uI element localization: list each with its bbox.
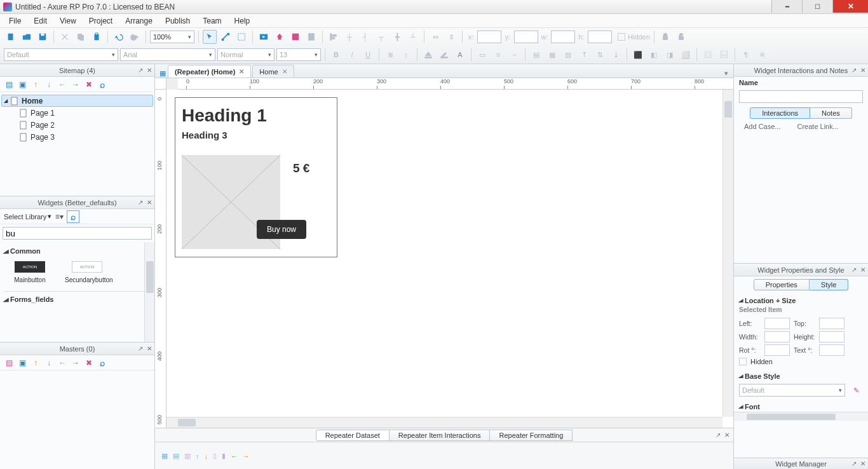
- masters-close-icon[interactable]: ✕: [147, 345, 152, 352]
- unlock-button[interactable]: [674, 30, 688, 44]
- hidden-checkbox-group[interactable]: Hidden: [618, 33, 650, 41]
- master-delete-icon[interactable]: ✖: [84, 358, 94, 368]
- new-file-button[interactable]: [4, 30, 18, 44]
- ds-delete-icon[interactable]: ▥: [184, 452, 191, 460]
- publish-axshare-button[interactable]: [273, 30, 287, 44]
- bottom-tab-formatting[interactable]: Repeater Formatting: [490, 430, 573, 441]
- base-style-select[interactable]: Default: [739, 384, 845, 397]
- masters-popout-icon[interactable]: ↗: [138, 345, 143, 352]
- move-up-icon[interactable]: ↑: [31, 79, 41, 90]
- width-input[interactable]: [764, 331, 790, 343]
- seg-properties-button[interactable]: Properties: [754, 279, 810, 290]
- interactions-popout-icon[interactable]: ↗: [851, 67, 857, 74]
- seg-notes-button[interactable]: Notes: [810, 107, 852, 119]
- distribute-v-button[interactable]: ⇕: [444, 30, 458, 44]
- create-link-link[interactable]: Create Link...: [792, 121, 843, 132]
- distribute-h-button[interactable]: ⇔: [428, 30, 442, 44]
- align-bottom-button[interactable]: ┴: [406, 30, 420, 44]
- italic-button[interactable]: I: [345, 48, 359, 62]
- group-button[interactable]: ⿴: [701, 48, 715, 62]
- bottom-tab-interactions[interactable]: Repeater Item Interactions: [390, 430, 491, 441]
- text-valign-middle-button[interactable]: ⇅: [593, 48, 607, 62]
- style-select[interactable]: Default: [4, 48, 118, 61]
- pointer-tool-button[interactable]: [203, 30, 217, 44]
- add-master-icon[interactable]: ▤: [4, 358, 14, 368]
- window-maximize-button[interactable]: ☐: [802, 0, 832, 13]
- align-center-h-button[interactable]: ┼: [342, 30, 356, 44]
- widget-mainbutton[interactable]: ACTION Mainbutton: [8, 261, 52, 283]
- h-input[interactable]: [588, 31, 612, 43]
- font-header[interactable]: Font: [734, 399, 868, 412]
- add-page-icon[interactable]: ▤: [4, 79, 14, 90]
- master-down-icon[interactable]: ↓: [44, 358, 54, 368]
- underline-button[interactable]: U: [361, 48, 375, 62]
- send-back-button[interactable]: ⬜: [679, 48, 693, 62]
- ds-addrow-icon[interactable]: ▤: [173, 452, 179, 460]
- ds-col-right-icon[interactable]: ▮: [222, 452, 226, 460]
- widgets-section-common[interactable]: Common: [4, 245, 151, 257]
- text-align-left-button[interactable]: ▤: [529, 48, 543, 62]
- indent-icon[interactable]: →: [71, 79, 81, 90]
- add-master-folder-icon[interactable]: ▣: [17, 358, 27, 368]
- close-tab-icon[interactable]: ✕: [282, 68, 287, 75]
- sitemap-popout-icon[interactable]: ↗: [138, 67, 143, 74]
- location-size-header[interactable]: Location + Size: [734, 293, 868, 306]
- bold-button[interactable]: B: [329, 48, 343, 62]
- publish-html-button[interactable]: [288, 30, 302, 44]
- menu-edit[interactable]: Edit: [29, 15, 52, 27]
- border-width-button[interactable]: ≡: [491, 48, 505, 62]
- line-color-button[interactable]: [437, 48, 451, 62]
- canvas-hscrollbar[interactable]: [166, 417, 722, 428]
- align-top-button[interactable]: ┬: [374, 30, 388, 44]
- y-input[interactable]: [514, 31, 538, 43]
- widgets-close-icon[interactable]: ✕: [147, 199, 152, 206]
- menu-publish[interactable]: Publish: [160, 15, 195, 27]
- widget-name-input[interactable]: [739, 90, 863, 103]
- sitemap-close-icon[interactable]: ✕: [147, 67, 152, 74]
- window-minimize-button[interactable]: ━: [771, 0, 802, 13]
- fill-color-button[interactable]: [421, 48, 435, 62]
- tab-overflow-icon[interactable]: ▾: [719, 69, 733, 78]
- select-library-dropdown[interactable]: Select Library ▾: [4, 212, 51, 221]
- rot-input[interactable]: [764, 344, 790, 356]
- base-style-header[interactable]: Base Style: [734, 369, 868, 381]
- manager-close-icon[interactable]: ✕: [860, 460, 865, 467]
- ds-col-left-icon[interactable]: ▯: [213, 452, 217, 460]
- font-size-select[interactable]: 13: [276, 48, 321, 61]
- ds-moveup-icon[interactable]: ↑: [196, 452, 200, 460]
- add-case-link[interactable]: Add Case...: [739, 121, 785, 132]
- search-widgets-icon[interactable]: ⌕: [67, 210, 79, 223]
- canvas-heading-1[interactable]: Heading 1: [175, 98, 337, 126]
- edit-style-icon[interactable]: ✎: [849, 383, 863, 397]
- height-input[interactable]: [819, 331, 844, 343]
- text-valign-bottom-button[interactable]: ⤓: [609, 48, 623, 62]
- widgets-scrollbar[interactable]: [144, 242, 154, 342]
- add-folder-icon[interactable]: ▣: [17, 79, 27, 90]
- seg-interactions-button[interactable]: Interactions: [750, 107, 810, 119]
- canvas-vscrollbar[interactable]: [722, 90, 733, 417]
- bullets-button[interactable]: ≣: [383, 48, 397, 62]
- cut-button[interactable]: [58, 30, 72, 44]
- font-family-select[interactable]: Arial: [120, 48, 215, 61]
- line-height-button[interactable]: ↕: [399, 48, 413, 62]
- menu-project[interactable]: Project: [84, 15, 118, 27]
- move-down-icon[interactable]: ↓: [44, 79, 54, 90]
- library-options-icon[interactable]: ≡▾: [54, 212, 64, 222]
- text-color-button[interactable]: A: [453, 48, 467, 62]
- master-indent-icon[interactable]: →: [71, 358, 81, 368]
- connector-tool-button[interactable]: [219, 30, 233, 44]
- border-style-button[interactable]: ▭: [475, 48, 489, 62]
- sitemap-page-row[interactable]: Page 1: [1, 107, 153, 119]
- preview-button[interactable]: [257, 30, 271, 44]
- search-sitemap-icon[interactable]: ⌕: [97, 79, 107, 90]
- undo-button[interactable]: [112, 30, 126, 44]
- text-rot-input[interactable]: [819, 344, 844, 356]
- widgets-section-forms[interactable]: Forms_fields: [4, 293, 151, 306]
- open-file-button[interactable]: [20, 30, 34, 44]
- footnote-toggle-button[interactable]: ※: [755, 48, 769, 62]
- ds-prev-icon[interactable]: ←: [231, 452, 238, 460]
- menu-team[interactable]: Team: [198, 15, 226, 27]
- arrow-style-button[interactable]: →: [507, 48, 521, 62]
- align-right-button[interactable]: ┤: [358, 30, 372, 44]
- repeater-widget[interactable]: Heading 1 Heading 3 5 € Buy now: [175, 97, 337, 257]
